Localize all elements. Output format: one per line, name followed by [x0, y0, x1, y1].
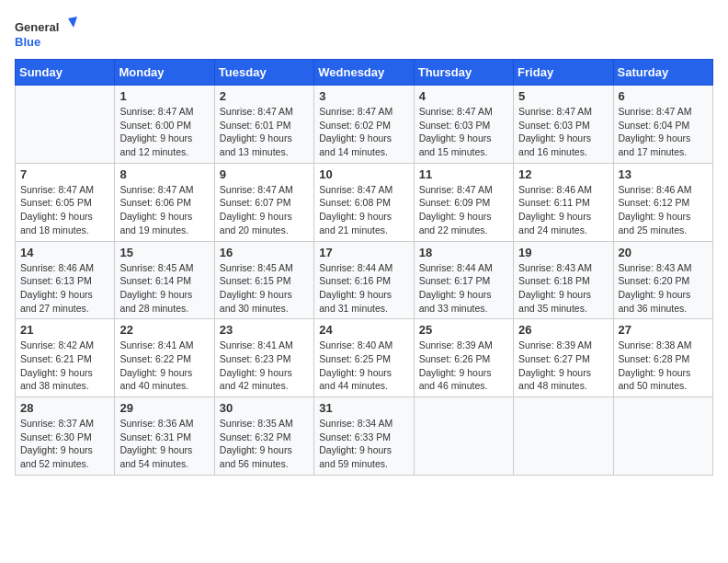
calendar-cell: 19Sunrise: 8:43 AM Sunset: 6:18 PM Dayli… [514, 241, 613, 319]
calendar-cell: 13Sunrise: 8:46 AM Sunset: 6:12 PM Dayli… [613, 163, 712, 241]
calendar-cell: 3Sunrise: 8:47 AM Sunset: 6:02 PM Daylig… [314, 86, 414, 164]
cell-content: Sunrise: 8:43 AM Sunset: 6:18 PM Dayligh… [518, 261, 608, 316]
cell-content: Sunrise: 8:41 AM Sunset: 6:23 PM Dayligh… [220, 339, 309, 393]
day-header-monday: Monday [115, 60, 214, 86]
calendar-cell: 20Sunrise: 8:43 AM Sunset: 6:20 PM Dayli… [613, 241, 712, 319]
day-number: 21 [20, 323, 109, 337]
days-header-row: SundayMondayTuesdayWednesdayThursdayFrid… [16, 60, 713, 86]
cell-content: Sunrise: 8:47 AM Sunset: 6:03 PM Dayligh… [518, 105, 608, 159]
day-number: 26 [518, 323, 608, 337]
day-header-tuesday: Tuesday [214, 60, 313, 86]
day-number: 9 [220, 167, 309, 181]
calendar-cell: 12Sunrise: 8:46 AM Sunset: 6:11 PM Dayli… [514, 163, 613, 241]
day-number: 22 [119, 323, 209, 337]
cell-content: Sunrise: 8:34 AM Sunset: 6:33 PM Dayligh… [319, 417, 408, 471]
calendar-cell: 27Sunrise: 8:38 AM Sunset: 6:28 PM Dayli… [613, 319, 712, 397]
day-number: 8 [119, 167, 209, 181]
calendar-cell: 14Sunrise: 8:46 AM Sunset: 6:13 PM Dayli… [16, 241, 115, 319]
day-number: 14 [20, 246, 109, 259]
cell-content: Sunrise: 8:41 AM Sunset: 6:22 PM Dayligh… [119, 339, 209, 393]
calendar-week-row: 21Sunrise: 8:42 AM Sunset: 6:21 PM Dayli… [16, 319, 713, 397]
calendar-cell: 8Sunrise: 8:47 AM Sunset: 6:06 PM Daylig… [115, 163, 214, 241]
cell-content: Sunrise: 8:35 AM Sunset: 6:32 PM Dayligh… [220, 417, 309, 471]
day-header-sunday: Sunday [16, 60, 115, 86]
cell-content: Sunrise: 8:45 AM Sunset: 6:15 PM Dayligh… [220, 261, 309, 316]
cell-content: Sunrise: 8:39 AM Sunset: 6:26 PM Dayligh… [419, 339, 508, 393]
day-number: 18 [419, 246, 508, 259]
page-header: General Blue [15, 15, 713, 52]
calendar-cell: 5Sunrise: 8:47 AM Sunset: 6:03 PM Daylig… [514, 86, 613, 164]
cell-content: Sunrise: 8:42 AM Sunset: 6:21 PM Dayligh… [20, 339, 109, 393]
day-number: 17 [319, 246, 408, 259]
day-number: 7 [20, 167, 109, 181]
calendar-cell: 7Sunrise: 8:47 AM Sunset: 6:05 PM Daylig… [16, 163, 115, 241]
logo: General Blue [15, 15, 79, 52]
calendar-cell [514, 397, 613, 476]
calendar-table: SundayMondayTuesdayWednesdayThursdayFrid… [15, 59, 713, 476]
cell-content: Sunrise: 8:45 AM Sunset: 6:14 PM Dayligh… [119, 261, 209, 316]
cell-content: Sunrise: 8:40 AM Sunset: 6:25 PM Dayligh… [319, 339, 408, 393]
day-number: 25 [419, 323, 508, 337]
calendar-cell: 2Sunrise: 8:47 AM Sunset: 6:01 PM Daylig… [214, 86, 313, 164]
calendar-cell: 31Sunrise: 8:34 AM Sunset: 6:33 PM Dayli… [314, 397, 414, 476]
calendar-week-row: 28Sunrise: 8:37 AM Sunset: 6:30 PM Dayli… [16, 397, 713, 476]
calendar-cell: 9Sunrise: 8:47 AM Sunset: 6:07 PM Daylig… [214, 163, 313, 241]
cell-content: Sunrise: 8:36 AM Sunset: 6:31 PM Dayligh… [119, 417, 209, 471]
calendar-cell: 15Sunrise: 8:45 AM Sunset: 6:14 PM Dayli… [115, 241, 214, 319]
calendar-cell: 22Sunrise: 8:41 AM Sunset: 6:22 PM Dayli… [115, 319, 214, 397]
day-number: 4 [419, 89, 508, 103]
cell-content: Sunrise: 8:47 AM Sunset: 6:06 PM Dayligh… [119, 183, 209, 237]
day-number: 10 [319, 167, 408, 181]
day-number: 12 [518, 167, 608, 181]
cell-content: Sunrise: 8:47 AM Sunset: 6:01 PM Dayligh… [220, 105, 309, 159]
day-number: 29 [119, 401, 209, 415]
calendar-cell [613, 397, 712, 476]
cell-content: Sunrise: 8:47 AM Sunset: 6:05 PM Dayligh… [20, 183, 109, 237]
day-number: 30 [220, 401, 309, 415]
calendar-cell: 4Sunrise: 8:47 AM Sunset: 6:03 PM Daylig… [414, 86, 513, 164]
day-number: 1 [119, 89, 209, 103]
calendar-cell: 23Sunrise: 8:41 AM Sunset: 6:23 PM Dayli… [214, 319, 313, 397]
calendar-cell: 16Sunrise: 8:45 AM Sunset: 6:15 PM Dayli… [214, 241, 313, 319]
svg-marker-2 [68, 17, 77, 28]
day-number: 27 [619, 323, 708, 337]
cell-content: Sunrise: 8:44 AM Sunset: 6:16 PM Dayligh… [319, 261, 408, 316]
cell-content: Sunrise: 8:46 AM Sunset: 6:13 PM Dayligh… [20, 261, 109, 316]
cell-content: Sunrise: 8:43 AM Sunset: 6:20 PM Dayligh… [619, 261, 708, 316]
calendar-cell: 24Sunrise: 8:40 AM Sunset: 6:25 PM Dayli… [314, 319, 414, 397]
day-number: 13 [619, 167, 708, 181]
cell-content: Sunrise: 8:47 AM Sunset: 6:02 PM Dayligh… [319, 105, 408, 159]
day-number: 20 [619, 246, 708, 259]
cell-content: Sunrise: 8:47 AM Sunset: 6:00 PM Dayligh… [119, 105, 209, 159]
day-number: 6 [619, 89, 708, 103]
day-number: 11 [419, 167, 508, 181]
day-header-thursday: Thursday [414, 60, 513, 86]
cell-content: Sunrise: 8:37 AM Sunset: 6:30 PM Dayligh… [20, 417, 109, 471]
calendar-cell: 18Sunrise: 8:44 AM Sunset: 6:17 PM Dayli… [414, 241, 513, 319]
calendar-week-row: 14Sunrise: 8:46 AM Sunset: 6:13 PM Dayli… [16, 241, 713, 319]
logo-icon: General Blue [15, 15, 79, 52]
cell-content: Sunrise: 8:39 AM Sunset: 6:27 PM Dayligh… [518, 339, 608, 393]
day-number: 16 [220, 246, 309, 259]
calendar-cell: 28Sunrise: 8:37 AM Sunset: 6:30 PM Dayli… [16, 397, 115, 476]
day-number: 15 [119, 246, 209, 259]
calendar-cell: 17Sunrise: 8:44 AM Sunset: 6:16 PM Dayli… [314, 241, 414, 319]
calendar-cell: 11Sunrise: 8:47 AM Sunset: 6:09 PM Dayli… [414, 163, 513, 241]
day-number: 28 [20, 401, 109, 415]
day-number: 2 [220, 89, 309, 103]
calendar-week-row: 1Sunrise: 8:47 AM Sunset: 6:00 PM Daylig… [16, 86, 713, 164]
day-header-saturday: Saturday [613, 60, 712, 86]
day-number: 3 [319, 89, 408, 103]
cell-content: Sunrise: 8:44 AM Sunset: 6:17 PM Dayligh… [419, 261, 508, 316]
calendar-cell: 21Sunrise: 8:42 AM Sunset: 6:21 PM Dayli… [16, 319, 115, 397]
calendar-cell: 10Sunrise: 8:47 AM Sunset: 6:08 PM Dayli… [314, 163, 414, 241]
calendar-cell: 1Sunrise: 8:47 AM Sunset: 6:00 PM Daylig… [115, 86, 214, 164]
day-number: 19 [518, 246, 608, 259]
calendar-cell: 25Sunrise: 8:39 AM Sunset: 6:26 PM Dayli… [414, 319, 513, 397]
svg-text:General: General [15, 20, 59, 34]
cell-content: Sunrise: 8:47 AM Sunset: 6:07 PM Dayligh… [220, 183, 309, 237]
calendar-cell: 30Sunrise: 8:35 AM Sunset: 6:32 PM Dayli… [214, 397, 313, 476]
cell-content: Sunrise: 8:47 AM Sunset: 6:08 PM Dayligh… [319, 183, 408, 237]
cell-content: Sunrise: 8:46 AM Sunset: 6:12 PM Dayligh… [619, 183, 708, 237]
calendar-cell: 29Sunrise: 8:36 AM Sunset: 6:31 PM Dayli… [115, 397, 214, 476]
